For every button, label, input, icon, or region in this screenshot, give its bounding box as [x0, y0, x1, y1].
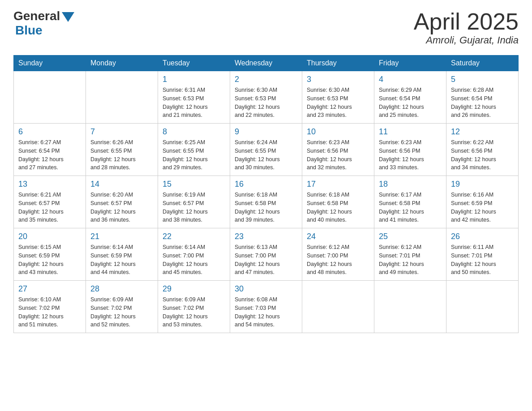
calendar-cell: 25Sunrise: 6:12 AMSunset: 7:01 PMDayligh…	[374, 228, 446, 281]
day-number: 15	[163, 180, 225, 189]
week-row-1: 1Sunrise: 6:31 AMSunset: 6:53 PMDaylight…	[14, 71, 519, 124]
day-number: 26	[451, 232, 514, 241]
logo: General Blue	[13, 9, 74, 38]
calendar-cell: 1Sunrise: 6:31 AMSunset: 6:53 PMDaylight…	[158, 71, 230, 124]
day-header-wednesday: Wednesday	[230, 56, 302, 71]
day-info: Sunrise: 6:12 AMSunset: 7:01 PMDaylight:…	[379, 243, 442, 277]
calendar-header-row: SundayMondayTuesdayWednesdayThursdayFrid…	[14, 56, 519, 71]
calendar-cell: 12Sunrise: 6:22 AMSunset: 6:56 PMDayligh…	[446, 124, 519, 176]
day-info: Sunrise: 6:20 AMSunset: 6:57 PMDaylight:…	[90, 191, 153, 224]
calendar-cell: 16Sunrise: 6:18 AMSunset: 6:58 PMDayligh…	[230, 176, 302, 228]
calendar-cell: 29Sunrise: 6:09 AMSunset: 7:02 PMDayligh…	[158, 281, 230, 333]
calendar-cell	[374, 281, 446, 333]
day-header-friday: Friday	[374, 56, 446, 71]
calendar-cell: 5Sunrise: 6:28 AMSunset: 6:54 PMDaylight…	[446, 71, 519, 124]
calendar-cell: 26Sunrise: 6:11 AMSunset: 7:01 PMDayligh…	[446, 228, 519, 281]
day-info: Sunrise: 6:22 AMSunset: 6:56 PMDaylight:…	[451, 138, 514, 172]
week-row-3: 13Sunrise: 6:21 AMSunset: 6:57 PMDayligh…	[14, 176, 519, 228]
day-number: 30	[235, 284, 297, 294]
calendar-cell: 30Sunrise: 6:08 AMSunset: 7:03 PMDayligh…	[230, 281, 302, 333]
day-header-sunday: Sunday	[14, 56, 86, 71]
day-info: Sunrise: 6:09 AMSunset: 7:02 PMDaylight:…	[163, 295, 225, 329]
day-header-saturday: Saturday	[446, 56, 519, 71]
day-number: 18	[379, 180, 442, 189]
day-number: 3	[307, 75, 369, 84]
calendar-cell: 28Sunrise: 6:09 AMSunset: 7:02 PMDayligh…	[86, 281, 158, 333]
day-number: 4	[379, 75, 442, 84]
calendar-cell: 13Sunrise: 6:21 AMSunset: 6:57 PMDayligh…	[14, 176, 86, 228]
day-info: Sunrise: 6:10 AMSunset: 7:02 PMDaylight:…	[18, 295, 81, 329]
day-number: 25	[379, 232, 442, 241]
day-number: 23	[235, 232, 297, 241]
day-number: 17	[307, 180, 369, 189]
calendar-cell	[86, 71, 158, 124]
day-info: Sunrise: 6:29 AMSunset: 6:54 PMDaylight:…	[379, 86, 442, 120]
day-info: Sunrise: 6:31 AMSunset: 6:53 PMDaylight:…	[163, 86, 225, 120]
day-number: 29	[163, 284, 225, 294]
calendar-table: SundayMondayTuesdayWednesdayThursdayFrid…	[13, 55, 519, 333]
week-row-2: 6Sunrise: 6:27 AMSunset: 6:54 PMDaylight…	[14, 124, 519, 176]
calendar-cell: 10Sunrise: 6:23 AMSunset: 6:56 PMDayligh…	[302, 124, 374, 176]
day-number: 28	[90, 284, 153, 294]
day-info: Sunrise: 6:24 AMSunset: 6:55 PMDaylight:…	[235, 138, 297, 172]
calendar-cell: 3Sunrise: 6:30 AMSunset: 6:53 PMDaylight…	[302, 71, 374, 124]
day-number: 11	[379, 127, 442, 137]
day-info: Sunrise: 6:23 AMSunset: 6:56 PMDaylight:…	[379, 138, 442, 172]
day-header-thursday: Thursday	[302, 56, 374, 71]
day-info: Sunrise: 6:11 AMSunset: 7:01 PMDaylight:…	[451, 243, 514, 277]
day-info: Sunrise: 6:25 AMSunset: 6:55 PMDaylight:…	[163, 138, 225, 172]
day-number: 13	[18, 180, 81, 189]
day-info: Sunrise: 6:30 AMSunset: 6:53 PMDaylight:…	[307, 86, 369, 120]
title-section: April 2025 Amroli, Gujarat, India	[414, 9, 519, 46]
calendar-cell: 20Sunrise: 6:15 AMSunset: 6:59 PMDayligh…	[14, 228, 86, 281]
day-number: 12	[451, 127, 514, 137]
day-number: 1	[163, 75, 225, 84]
day-header-monday: Monday	[86, 56, 158, 71]
calendar-cell: 24Sunrise: 6:12 AMSunset: 7:00 PMDayligh…	[302, 228, 374, 281]
day-number: 22	[163, 232, 225, 241]
day-number: 7	[90, 127, 153, 137]
day-number: 8	[163, 127, 225, 137]
day-info: Sunrise: 6:23 AMSunset: 6:56 PMDaylight:…	[307, 138, 369, 172]
day-header-tuesday: Tuesday	[158, 56, 230, 71]
day-info: Sunrise: 6:30 AMSunset: 6:53 PMDaylight:…	[235, 86, 297, 120]
calendar-cell: 11Sunrise: 6:23 AMSunset: 6:56 PMDayligh…	[374, 124, 446, 176]
day-info: Sunrise: 6:19 AMSunset: 6:57 PMDaylight:…	[163, 191, 225, 224]
calendar-cell: 23Sunrise: 6:13 AMSunset: 7:00 PMDayligh…	[230, 228, 302, 281]
logo-triangle-icon	[62, 12, 74, 22]
day-number: 14	[90, 180, 153, 189]
logo-general-text: General	[13, 9, 60, 23]
day-info: Sunrise: 6:18 AMSunset: 6:58 PMDaylight:…	[235, 191, 297, 224]
day-number: 21	[90, 232, 153, 241]
calendar-cell: 4Sunrise: 6:29 AMSunset: 6:54 PMDaylight…	[374, 71, 446, 124]
calendar-cell: 9Sunrise: 6:24 AMSunset: 6:55 PMDaylight…	[230, 124, 302, 176]
day-info: Sunrise: 6:13 AMSunset: 7:00 PMDaylight:…	[235, 243, 297, 277]
day-info: Sunrise: 6:14 AMSunset: 6:59 PMDaylight:…	[90, 243, 153, 277]
calendar-cell: 21Sunrise: 6:14 AMSunset: 6:59 PMDayligh…	[86, 228, 158, 281]
calendar-cell: 15Sunrise: 6:19 AMSunset: 6:57 PMDayligh…	[158, 176, 230, 228]
calendar-cell: 6Sunrise: 6:27 AMSunset: 6:54 PMDaylight…	[14, 124, 86, 176]
day-number: 5	[451, 75, 514, 84]
day-number: 10	[307, 127, 369, 137]
calendar-cell: 18Sunrise: 6:17 AMSunset: 6:58 PMDayligh…	[374, 176, 446, 228]
day-info: Sunrise: 6:08 AMSunset: 7:03 PMDaylight:…	[235, 295, 297, 329]
logo-blue-text: Blue	[15, 23, 43, 38]
day-info: Sunrise: 6:15 AMSunset: 6:59 PMDaylight:…	[18, 243, 81, 277]
day-number: 19	[451, 180, 514, 189]
day-info: Sunrise: 6:26 AMSunset: 6:55 PMDaylight:…	[90, 138, 153, 172]
calendar-cell	[302, 281, 374, 333]
calendar-cell: 14Sunrise: 6:20 AMSunset: 6:57 PMDayligh…	[86, 176, 158, 228]
day-info: Sunrise: 6:12 AMSunset: 7:00 PMDaylight:…	[307, 243, 369, 277]
calendar-cell: 8Sunrise: 6:25 AMSunset: 6:55 PMDaylight…	[158, 124, 230, 176]
calendar-cell	[446, 281, 519, 333]
day-info: Sunrise: 6:14 AMSunset: 7:00 PMDaylight:…	[163, 243, 225, 277]
calendar-cell: 2Sunrise: 6:30 AMSunset: 6:53 PMDaylight…	[230, 71, 302, 124]
day-info: Sunrise: 6:09 AMSunset: 7:02 PMDaylight:…	[90, 295, 153, 329]
calendar-cell: 17Sunrise: 6:18 AMSunset: 6:58 PMDayligh…	[302, 176, 374, 228]
calendar-cell	[14, 71, 86, 124]
month-title: April 2025	[414, 9, 519, 34]
day-number: 9	[235, 127, 297, 137]
day-info: Sunrise: 6:18 AMSunset: 6:58 PMDaylight:…	[307, 191, 369, 224]
day-info: Sunrise: 6:17 AMSunset: 6:58 PMDaylight:…	[379, 191, 442, 224]
day-number: 20	[18, 232, 81, 241]
